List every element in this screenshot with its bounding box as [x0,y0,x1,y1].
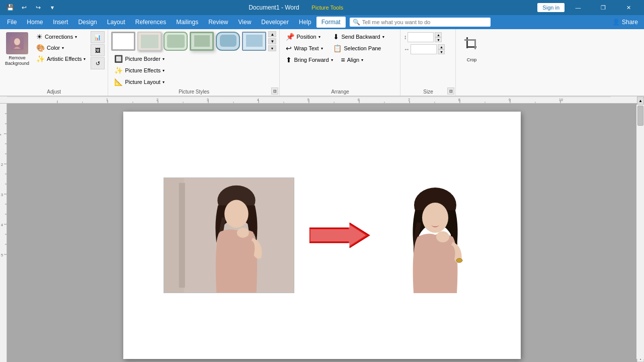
result-image[interactable] [385,177,480,293]
artistic-effects-button[interactable]: ✨ Artistic Effects ▾ [33,53,89,64]
customize-qat-icon[interactable]: ▾ [46,2,58,14]
minimize-button[interactable]: — [567,0,590,15]
styles-dropdown[interactable]: ▲ ▼ ▾ [268,31,276,51]
right-scrollbar: ▲ ▼ [637,97,644,362]
style-thumb-3[interactable] [164,32,188,51]
color-button[interactable]: 🎨 Color ▾ [33,42,89,53]
wrap-text-button[interactable]: ↩ Wrap Text ▾ [283,43,328,54]
picture-effects-button[interactable]: ✨ Picture Effects ▾ [111,65,276,76]
selection-pane-button[interactable]: 📋 Selection Pane [330,43,384,54]
menu-developer[interactable]: Developer [256,17,294,28]
effects-caret: ▾ [163,68,165,73]
picture-tools-label: Picture Tools [307,4,347,12]
styles-more-arrow[interactable]: ▾ [268,45,276,51]
restore-button[interactable]: ❐ [592,0,615,15]
wrap-text-icon: ↩ [286,44,292,52]
send-backward-button[interactable]: ⬇ Send Backward ▾ [330,31,387,42]
image-group [164,177,480,293]
save-icon[interactable]: 💾 [4,2,16,14]
scroll-up-button[interactable]: ▲ [637,97,644,105]
search-box[interactable]: 🔍 [350,18,491,27]
ribbon-size: ↕ 3.83 ▲ ▼ ↔ 5.11 ▲ ▼ ⊡ Size [400,29,456,96]
svg-point-70 [422,203,448,233]
corrections-caret: ▾ [75,35,77,39]
menu-home[interactable]: Home [22,17,48,28]
width-input[interactable]: 5.11 [411,44,437,54]
svg-text:7: 7 [408,98,410,102]
svg-rect-5 [464,39,475,41]
scroll-track[interactable] [636,105,644,359]
menu-file[interactable]: File [2,17,22,28]
style-thumb-1[interactable] [111,32,135,51]
style-thumb-4[interactable] [190,32,214,51]
position-button[interactable]: 📌 Position ▾ [283,31,328,42]
picture-layout-icon: 📐 [114,78,123,86]
remove-background-button[interactable]: Remove Background [3,31,31,79]
bring-forward-button[interactable]: ⬆ Bring Forward ▾ [283,54,336,65]
menu-references[interactable]: References [130,17,171,28]
style-thumbnails [111,32,267,51]
corrections-button[interactable]: ☀ Corrections ▾ [33,31,89,42]
style-thumb-2[interactable] [137,32,162,51]
scroll-thumb[interactable] [637,106,643,126]
adjust-section-label: Adjust [0,89,108,95]
menu-view[interactable]: View [233,17,257,28]
border-caret: ▾ [163,57,165,61]
arrange-row3: ⬆ Bring Forward ▾ ≡ Align ▾ [283,54,397,65]
styles-up-arrow[interactable]: ▲ [268,31,276,37]
width-up-button[interactable]: ▲ [438,44,445,49]
title-bar: 💾 ↩ ↪ ▾ Document1 - Word Picture Tools S… [0,0,644,15]
style-thumb-6[interactable] [242,32,266,51]
original-image-svg [164,177,294,293]
crop-button[interactable]: Crop [459,33,484,65]
svg-point-72 [456,258,462,262]
compress-icon: 📊 [94,34,101,41]
close-button[interactable]: ✕ [617,0,640,15]
height-down-button[interactable]: ▼ [435,37,442,42]
redo-icon[interactable]: ↪ [32,2,44,14]
style-thumb-5[interactable] [216,32,240,51]
scroll-content: 1 2 3 4 5 6 7 8 [7,97,637,362]
change-picture-button[interactable]: 🖼 [91,44,105,56]
height-icon: ↕ [404,34,407,41]
original-image[interactable] [164,177,294,293]
compress-picture-button[interactable]: 📊 [91,31,105,43]
menu-help[interactable]: Help [294,17,316,28]
height-up-button[interactable]: ▲ [435,32,442,37]
svg-text:5: 5 [1,253,3,257]
height-input[interactable]: 3.83 [408,32,434,42]
width-down-button[interactable]: ▼ [438,49,445,54]
undo-icon[interactable]: ↩ [18,2,30,14]
picture-border-icon: 🔲 [114,55,123,63]
svg-text:4: 4 [257,98,259,102]
menu-review[interactable]: Review [203,17,233,28]
menu-design[interactable]: Design [73,17,102,28]
picture-styles-options: 🔲 Picture Border ▾ ✨ Picture Effects ▾ 📐… [111,53,276,87]
ribbon: Remove Background ☀ Corrections ▾ 🎨 Colo… [0,29,644,97]
picture-layout-button[interactable]: 📐 Picture Layout ▾ [111,76,276,87]
menu-insert[interactable]: Insert [48,17,73,28]
width-icon: ↔ [404,46,410,53]
reset-picture-button[interactable]: ↺ [91,57,105,69]
document-title: Document1 - Word [249,4,299,11]
sign-in-button[interactable]: Sign in [537,3,565,12]
crop-label: Crop [467,57,477,63]
search-input[interactable] [362,19,488,25]
document-page [123,112,521,359]
menu-layout[interactable]: Layout [102,17,130,28]
svg-text:8: 8 [458,98,460,102]
share-button[interactable]: 👤 Share [608,18,642,27]
color-icon: 🎨 [36,44,45,52]
menu-mailings[interactable]: Mailings [171,17,203,28]
horizontal-ruler: 1 2 3 4 5 6 7 8 [7,97,637,104]
main-content: 1 2 3 4 5 [0,97,644,362]
styles-down-arrow[interactable]: ▼ [268,38,276,44]
ribbon-arrange: 📌 Position ▾ ⬇ Send Backward ▾ ↩ Wrap Te… [280,29,400,96]
picture-border-button[interactable]: 🔲 Picture Border ▾ [111,53,276,64]
send-backward-caret: ▾ [382,35,384,39]
result-image-svg [385,177,480,293]
menu-format[interactable]: Format [316,17,346,28]
svg-point-71 [436,231,449,242]
align-button[interactable]: ≡ Align ▾ [338,54,388,65]
color-caret: ▾ [62,46,64,50]
